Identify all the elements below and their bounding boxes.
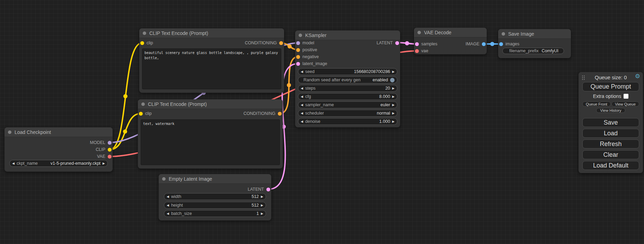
vae-port-icon[interactable]: [108, 155, 112, 159]
seed-widget[interactable]: ◀ seed 156680208700286 ▶: [298, 68, 397, 75]
link-midpoint-dot[interactable]: [288, 44, 292, 48]
collapse-dot-icon[interactable]: [417, 31, 421, 34]
increment-arrow-icon[interactable]: ▶: [261, 212, 263, 215]
decrement-arrow-icon[interactable]: ◀: [301, 95, 303, 98]
node-empty-latent-image[interactable]: Empty Latent Image LATENT ◀ width 512 ▶ …: [159, 174, 271, 220]
scheduler-widget[interactable]: ◀ scheduler normal ▶: [298, 110, 397, 117]
node-graph-canvas[interactable]: Load Checkpoint MODEL CLIP VAE ◀ ckpt_na…: [0, 0, 644, 244]
clip-port-icon[interactable]: [108, 148, 112, 152]
prompt-textarea[interactable]: text, watermark: [141, 119, 280, 165]
decrement-arrow-icon[interactable]: ◀: [301, 87, 303, 90]
collapse-dot-icon[interactable]: [162, 177, 166, 181]
node-title-bar[interactable]: CLIP Text Encode (Prompt): [138, 99, 283, 109]
decrement-arrow-icon[interactable]: ◀: [12, 162, 15, 165]
width-widget[interactable]: ◀ width 512 ▶: [164, 193, 266, 200]
conditioning-port-icon[interactable]: [296, 48, 300, 52]
link-midpoint-dot[interactable]: [123, 129, 127, 134]
load-default-button[interactable]: Load Default: [582, 161, 639, 170]
link-midpoint-dot[interactable]: [123, 94, 127, 98]
collapse-dot-icon[interactable]: [141, 102, 145, 106]
clip-port-icon[interactable]: [139, 112, 143, 116]
widget-value: ComfyUI: [541, 48, 558, 53]
collapse-dot-icon[interactable]: [299, 34, 302, 37]
node-title-bar[interactable]: Empty Latent Image: [159, 174, 271, 184]
node-title-bar[interactable]: VAE Decode: [414, 28, 487, 37]
view-history-button[interactable]: View History: [596, 108, 625, 113]
model-port-icon[interactable]: [108, 141, 112, 145]
collapse-dot-icon[interactable]: [143, 31, 146, 35]
view-queue-button[interactable]: View Queue: [611, 101, 639, 107]
load-button[interactable]: Load: [582, 129, 639, 138]
settings-gear-icon[interactable]: ⚙: [635, 73, 640, 79]
increment-arrow-icon[interactable]: ▶: [392, 95, 395, 98]
increment-arrow-icon[interactable]: ▶: [392, 87, 395, 90]
cfg-widget[interactable]: ◀ cfg 8.000 ▶: [298, 93, 397, 100]
height-widget[interactable]: ◀ height 512 ▶: [164, 202, 266, 209]
collapse-dot-icon[interactable]: [8, 130, 11, 134]
clip-port-icon[interactable]: [140, 41, 144, 45]
latent-port-icon[interactable]: [266, 188, 270, 191]
widget-label: seed: [305, 69, 315, 74]
prompt-textarea[interactable]: beautiful scenery nature glass bottle la…: [142, 48, 281, 89]
latent-port-icon[interactable]: [415, 42, 419, 46]
increment-arrow-icon[interactable]: ▶: [392, 70, 395, 73]
toggle-dot-icon[interactable]: [390, 78, 395, 82]
link-midpoint-dot[interactable]: [405, 41, 409, 45]
latent-port-icon[interactable]: [296, 62, 300, 66]
random-seed-widget[interactable]: Random seed after every gen enabled: [298, 76, 397, 83]
node-ksampler[interactable]: KSampler model positive negative latent_…: [295, 30, 400, 127]
widget-value: enabled: [373, 78, 388, 82]
collapse-dot-icon[interactable]: [502, 32, 505, 36]
denoise-widget[interactable]: ◀ denoise 1.000 ▶: [298, 118, 397, 125]
port-label: LATENT: [248, 187, 264, 192]
node-title-bar[interactable]: CLIP Text Encode (Prompt): [139, 28, 284, 38]
sampler-name-widget[interactable]: ◀ sampler_name euler ▶: [298, 101, 397, 108]
model-port-icon[interactable]: [296, 41, 300, 45]
decrement-arrow-icon[interactable]: ◀: [301, 120, 303, 123]
link-midpoint-dot[interactable]: [490, 42, 494, 46]
decrement-arrow-icon[interactable]: ◀: [167, 212, 169, 215]
filename-prefix-widget[interactable]: filename_prefix ComfyUI: [502, 48, 564, 54]
clear-button[interactable]: Clear: [582, 150, 639, 159]
node-title-bar[interactable]: Save Image: [498, 29, 571, 39]
decrement-arrow-icon[interactable]: ◀: [301, 103, 303, 107]
port-label: samples: [421, 42, 438, 46]
widget-label: denoise: [305, 119, 320, 124]
increment-arrow-icon[interactable]: ▶: [392, 103, 395, 107]
port-label: CONDITIONING: [244, 111, 275, 116]
increment-arrow-icon[interactable]: ▶: [392, 120, 395, 123]
save-button[interactable]: Save: [582, 118, 639, 127]
increment-arrow-icon[interactable]: ▶: [261, 195, 263, 198]
batch-size-widget[interactable]: ◀ batch_size 1 ▶: [164, 210, 266, 217]
node-title-bar[interactable]: KSampler: [295, 30, 400, 40]
image-port-icon[interactable]: [499, 42, 503, 46]
refresh-button[interactable]: Refresh: [582, 139, 639, 148]
node-title-bar[interactable]: Load Checkpoint: [5, 127, 113, 137]
conditioning-port-icon[interactable]: [279, 41, 283, 45]
increment-arrow-icon[interactable]: ▶: [261, 204, 263, 207]
extra-options-checkbox[interactable]: [624, 94, 628, 99]
increment-arrow-icon[interactable]: ▶: [392, 112, 395, 115]
image-port-icon[interactable]: [482, 42, 486, 46]
node-clip-text-encode-negative[interactable]: CLIP Text Encode (Prompt) clip CONDITION…: [138, 99, 283, 169]
increment-arrow-icon[interactable]: ▶: [103, 162, 105, 165]
node-save-image[interactable]: Save Image images filename_prefix ComfyU…: [498, 29, 571, 58]
vae-port-icon[interactable]: [415, 49, 419, 53]
steps-widget[interactable]: ◀ steps 20 ▶: [298, 85, 397, 92]
node-clip-text-encode-positive[interactable]: CLIP Text Encode (Prompt) clip CONDITION…: [139, 28, 284, 93]
widget-value: 20: [385, 86, 390, 91]
decrement-arrow-icon[interactable]: ◀: [167, 195, 169, 198]
link-midpoint-dot[interactable]: [287, 83, 291, 87]
decrement-arrow-icon[interactable]: ◀: [301, 70, 303, 73]
decrement-arrow-icon[interactable]: ◀: [301, 112, 303, 115]
decrement-arrow-icon[interactable]: ◀: [167, 204, 169, 207]
conditioning-port-icon[interactable]: [278, 112, 282, 116]
node-vae-decode[interactable]: VAE Decode samples vae IMAGE: [414, 28, 487, 54]
latent-port-icon[interactable]: [395, 41, 399, 45]
queue-front-button[interactable]: Queue Front: [582, 101, 611, 107]
ckpt-name-widget[interactable]: ◀ ckpt_name v1-5-pruned-emaonly.ckpt ▶: [9, 160, 108, 167]
queue-prompt-button[interactable]: Queue Prompt: [582, 82, 639, 91]
node-load-checkpoint[interactable]: Load Checkpoint MODEL CLIP VAE ◀ ckpt_na…: [5, 127, 113, 172]
queue-menu-panel: Queue size: 0 ⚙ Queue Prompt Extra optio…: [579, 72, 643, 173]
conditioning-port-icon[interactable]: [296, 55, 300, 59]
